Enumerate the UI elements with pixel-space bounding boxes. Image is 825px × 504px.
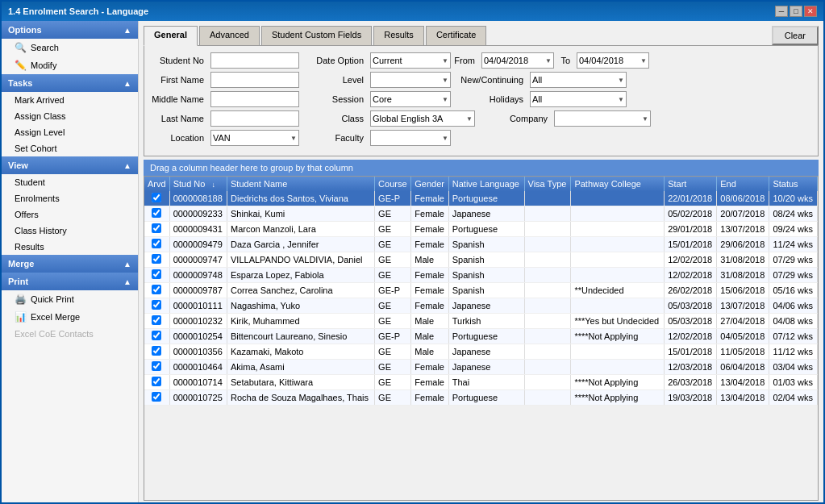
clear-button[interactable]: Clear [772,26,819,45]
col-arvd[interactable]: Arvd [144,177,169,191]
tasks-header[interactable]: Tasks ▲ [2,74,138,92]
minimize-button[interactable]: ─ [775,6,788,17]
row-checkbox-cell[interactable] [144,390,169,406]
table-row[interactable]: 0000009787 Correa Sanchez, Carolina GE-P… [144,283,818,298]
maximize-button[interactable]: □ [790,6,802,17]
class-select[interactable]: Global English 3A [370,110,475,127]
sidebar-item-class-history[interactable]: Class History [2,223,138,239]
faculty-select[interactable] [370,130,451,146]
row-checkbox[interactable] [152,361,161,371]
date-option-select[interactable]: Current [370,52,451,69]
tab-certificate[interactable]: Certificate [426,26,487,45]
col-visa-type[interactable]: Visa Type [524,177,571,191]
table-row[interactable]: 0000008188 Diedrichs dos Santos, Viviana… [144,191,818,206]
first-name-input[interactable] [210,72,299,88]
row-checkbox[interactable] [152,377,161,386]
col-gender[interactable]: Gender [411,177,448,191]
row-gender: Female [411,390,448,406]
company-select[interactable] [554,110,651,127]
student-no-input[interactable] [210,52,299,69]
close-button[interactable]: ✕ [804,6,817,17]
row-native-lang: Portuguese [448,329,524,344]
table-row[interactable]: 0000009747 VILLALPANDO VALDIVIA, Daniel … [144,252,818,268]
row-checkbox-cell[interactable] [144,268,169,283]
col-student-name[interactable]: Student Name [227,177,375,191]
table-row[interactable]: 0000010714 Setabutara, Kittiwara GE Fema… [144,375,818,390]
middle-name-input[interactable] [210,91,299,107]
row-end: 13/07/2018 [717,222,769,237]
new-continuing-select[interactable]: All [530,72,627,88]
col-status[interactable]: Status [769,177,818,191]
student-no-label: Student No [151,56,207,65]
sidebar-item-excel-merge[interactable]: 📊 Excel Merge [2,308,138,326]
sidebar-item-offers[interactable]: Offers [2,206,138,223]
table-row[interactable]: 0000010232 Kirik, Muhammed GE Male Turki… [144,314,818,329]
row-checkbox-cell[interactable] [144,237,169,252]
row-checkbox[interactable] [152,269,161,279]
merge-header[interactable]: Merge ▲ [2,255,138,273]
row-checkbox[interactable] [152,193,161,202]
table-row[interactable]: 0000010356 Kazamaki, Makoto GE Male Japa… [144,344,818,360]
row-checkbox[interactable] [152,300,161,310]
location-select[interactable]: VAN [210,130,299,146]
table-row[interactable]: 0000010111 Nagashima, Yuko GE Female Jap… [144,298,818,314]
col-pathway-college[interactable]: Pathway College [571,177,665,191]
col-course[interactable]: Course [375,177,411,191]
sidebar-item-enrolments[interactable]: Enrolments [2,190,138,206]
sidebar-item-assign-level[interactable]: Assign Level [2,124,138,140]
sidebar-item-search[interactable]: 🔍 Search [2,39,138,56]
col-native-language[interactable]: Native Language [448,177,524,191]
session-select[interactable]: Core [370,91,451,107]
row-checkbox[interactable] [152,285,161,294]
table-row[interactable]: 0000009748 Esparza Lopez, Fabiola GE Fem… [144,268,818,283]
level-select[interactable] [370,72,451,88]
col-end[interactable]: End [717,177,769,191]
view-header[interactable]: View ▲ [2,156,138,174]
sidebar-item-results[interactable]: Results [2,239,138,255]
sidebar-item-quick-print[interactable]: 🖨️ Quick Print [2,290,138,308]
row-checkbox-cell[interactable] [144,222,169,237]
row-checkbox[interactable] [152,315,161,325]
table-row[interactable]: 0000009431 Marcon Manzoli, Lara GE Femal… [144,222,818,237]
table-row[interactable]: 0000010254 Bittencourt Laureano, Sinesio… [144,329,818,344]
sidebar-item-set-cohort[interactable]: Set Cohort [2,140,138,156]
table-row[interactable]: 0000009233 Shinkai, Kumi GE Female Japan… [144,206,818,222]
col-start[interactable]: Start [665,177,717,191]
row-checkbox-cell[interactable] [144,375,169,390]
row-checkbox-cell[interactable] [144,329,169,344]
row-checkbox-cell[interactable] [144,314,169,329]
table-row[interactable]: 0000010725 Rocha de Souza Magalhaes, Tha… [144,390,818,406]
holidays-select[interactable]: All [530,91,627,107]
tab-advanced[interactable]: Advanced [199,26,260,45]
tab-general[interactable]: General [144,26,198,46]
row-checkbox[interactable] [152,208,161,218]
table-row[interactable]: 0000010464 Akima, Asami GE Female Japane… [144,360,818,375]
to-date-select[interactable]: 04/04/2018 [577,52,649,69]
tab-student-custom-fields[interactable]: Student Custom Fields [261,26,372,45]
sidebar-item-student[interactable]: Student [2,174,138,190]
row-checkbox[interactable] [152,392,161,402]
row-checkbox-cell[interactable] [144,191,169,206]
row-checkbox[interactable] [152,254,161,264]
options-header[interactable]: Options ▲ [2,21,138,39]
row-checkbox-cell[interactable] [144,298,169,314]
tab-results[interactable]: Results [373,26,424,45]
row-checkbox[interactable] [152,239,161,248]
row-checkbox-cell[interactable] [144,252,169,268]
row-checkbox[interactable] [152,331,161,340]
row-checkbox[interactable] [152,346,161,356]
table-row[interactable]: 0000009479 Daza Garcia , Jennifer GE Fem… [144,237,818,252]
sidebar-item-modify[interactable]: ✏️ Modify [2,56,138,74]
row-checkbox[interactable] [152,223,161,233]
sidebar-item-mark-arrived[interactable]: Mark Arrived [2,92,138,108]
row-pathway: **Undecided [571,283,665,298]
row-checkbox-cell[interactable] [144,206,169,222]
from-date-select[interactable]: 04/04/2018 [481,52,554,69]
col-stud-no[interactable]: Stud No ↓ [169,177,227,191]
row-checkbox-cell[interactable] [144,283,169,298]
last-name-input[interactable] [210,110,299,127]
sidebar-item-assign-class[interactable]: Assign Class [2,108,138,124]
row-checkbox-cell[interactable] [144,344,169,360]
row-checkbox-cell[interactable] [144,360,169,375]
print-header[interactable]: Print ▲ [2,273,138,290]
